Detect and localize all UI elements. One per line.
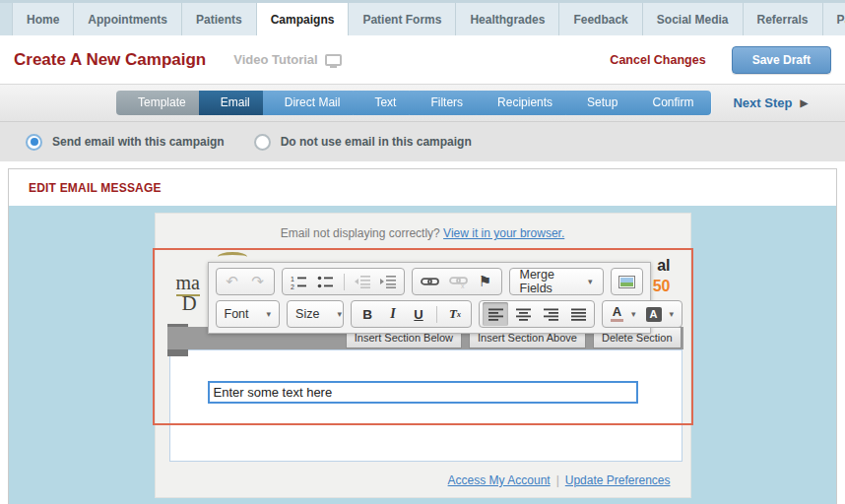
email-body-section[interactable]: Enter some text here	[169, 349, 682, 462]
email-preview-card: Email not displaying correctly? View it …	[155, 213, 691, 498]
browser-notice: Email not displaying correctly? View it …	[156, 214, 690, 240]
italic-button[interactable]: I	[385, 302, 401, 326]
monitor-icon	[325, 54, 342, 66]
align-left-button[interactable]	[483, 302, 508, 326]
underline-button[interactable]: U	[411, 302, 426, 326]
alignment-group	[479, 300, 595, 328]
svg-text:2: 2	[291, 283, 294, 289]
unlink-icon[interactable]: x	[449, 270, 468, 293]
text-style-group: B I U Tx	[351, 300, 472, 328]
tab-appointments[interactable]: Appointments	[74, 3, 182, 35]
save-draft-button[interactable]: Save Draft	[732, 46, 831, 74]
tab-payments[interactable]: Payments	[823, 3, 845, 35]
toolbar-divider	[436, 306, 437, 323]
wizard-steps: Template Email Direct Mail Text Filters …	[116, 91, 711, 115]
chevron-down-icon: ▾	[670, 309, 675, 319]
radio-send-email-label: Send email with this campaign	[52, 135, 225, 149]
link-icon[interactable]	[421, 270, 439, 293]
tab-social-media[interactable]: Social Media	[643, 3, 744, 35]
footer-separator: |	[556, 473, 559, 487]
tab-home[interactable]: Home	[12, 3, 74, 35]
view-in-browser-link[interactable]: View it in your browser.	[443, 226, 564, 240]
svg-text:1: 1	[291, 275, 294, 282]
video-tutorial-link[interactable]: Video Tutorial	[233, 52, 341, 67]
redo-icon[interactable]: ↷	[250, 270, 266, 293]
logo-arc-decoration	[218, 252, 247, 262]
outdent-icon[interactable]	[355, 270, 370, 293]
align-center-button[interactable]	[510, 302, 536, 326]
numbered-list-icon[interactable]: 12	[291, 270, 307, 293]
list-indent-group: 12	[282, 268, 405, 295]
email-preview-background: Email not displaying correctly? View it …	[9, 206, 836, 504]
tab-campaigns[interactable]: Campaigns	[257, 3, 350, 35]
browser-notice-text: Email not displaying correctly?	[281, 226, 443, 240]
size-label: Size	[295, 307, 319, 321]
panel-title: EDIT EMAIL MESSAGE	[9, 169, 836, 206]
background-color-button[interactable]: A ▾	[646, 302, 675, 326]
next-step-button[interactable]: Next Step ▶	[733, 95, 808, 110]
toolbar-row-1: ↶ ↷ 12	[216, 268, 643, 295]
step-confirm[interactable]: Confirm	[630, 91, 711, 115]
merge-fields-dropdown[interactable]: Merge Fields ▾	[509, 268, 604, 295]
align-justify-button[interactable]	[565, 302, 591, 326]
tab-patients[interactable]: Patients	[182, 3, 257, 35]
chevron-down-icon: ▾	[631, 309, 636, 319]
page-header: Create A New Campaign Video Tutorial Can…	[0, 35, 845, 84]
main-nav: Home Appointments Patients Campaigns Pat…	[0, 0, 845, 35]
color-group: A ▾ A ▾	[602, 300, 682, 328]
undo-redo-group: ↶ ↷	[216, 268, 275, 295]
email-footer-links: Access My Account|Update Preferences	[448, 473, 671, 487]
radio-no-email[interactable]: Do not use email in this campaign	[254, 134, 472, 151]
insert-image-button[interactable]	[611, 268, 643, 295]
logo-text-line2: D	[182, 293, 200, 314]
wizard-bar: Template Email Direct Mail Text Filters …	[0, 84, 845, 122]
brand-right-text: al 50	[653, 255, 671, 296]
chevron-down-icon: ▾	[337, 309, 342, 319]
next-step-arrow-icon: ▶	[800, 97, 808, 108]
tab-healthgrades[interactable]: Healthgrades	[456, 3, 559, 35]
align-right-button[interactable]	[538, 302, 563, 326]
size-dropdown[interactable]: Size ▾	[287, 300, 344, 328]
flag-icon[interactable]: ⚑	[478, 270, 493, 293]
bold-button[interactable]: B	[359, 302, 375, 326]
radio-send-email[interactable]: Send email with this campaign	[26, 134, 225, 151]
next-step-label: Next Step	[733, 95, 792, 110]
font-label: Font	[225, 307, 249, 321]
richtext-toolbar: ↶ ↷ 12	[208, 262, 651, 334]
tab-patient-forms[interactable]: Patient Forms	[349, 3, 456, 35]
radio-selected-icon[interactable]	[26, 134, 42, 151]
email-text-input[interactable]: Enter some text here	[208, 381, 638, 404]
tab-referrals[interactable]: Referrals	[744, 3, 823, 35]
cancel-changes-link[interactable]: Cancel Changes	[610, 53, 705, 67]
update-preferences-link[interactable]: Update Preferences	[565, 473, 671, 487]
toolbar-divider	[344, 274, 345, 290]
step-direct-mail[interactable]: Direct Mail	[263, 91, 364, 115]
edit-email-panel: EDIT EMAIL MESSAGE Email not displaying …	[8, 168, 837, 504]
indent-icon[interactable]	[380, 270, 396, 293]
brand-logo: ma D	[176, 273, 200, 314]
remove-format-button[interactable]: Tx	[447, 302, 463, 326]
tab-feedback[interactable]: Feedback	[559, 3, 642, 35]
text-color-button[interactable]: A ▾	[611, 302, 636, 326]
merge-fields-label: Merge Fields	[520, 268, 570, 295]
undo-icon[interactable]: ↶	[225, 270, 240, 293]
bullet-list-icon[interactable]	[317, 270, 334, 293]
svg-text:x: x	[461, 283, 465, 288]
image-icon	[618, 276, 635, 288]
step-recipients[interactable]: Recipients	[476, 91, 576, 115]
video-tutorial-label: Video Tutorial	[233, 52, 317, 67]
brand-name-fragment: al	[653, 255, 671, 276]
link-flag-group: x ⚑	[412, 268, 502, 295]
radio-unselected-icon[interactable]	[254, 134, 271, 151]
email-toggle-row: Send email with this campaign Do not use…	[0, 122, 845, 161]
chevron-down-icon: ▾	[267, 309, 272, 319]
toolbar-row-2: Font ▾ Size ▾ B I U Tx	[216, 300, 643, 328]
step-template[interactable]: Template	[116, 91, 210, 115]
chevron-down-icon: ▾	[588, 277, 593, 286]
brand-phone-fragment: 50	[653, 276, 671, 296]
font-dropdown[interactable]: Font ▾	[216, 300, 281, 328]
page-title: Create A New Campaign	[14, 50, 206, 70]
access-account-link[interactable]: Access My Account	[448, 473, 551, 487]
radio-no-email-label: Do not use email in this campaign	[281, 135, 472, 149]
